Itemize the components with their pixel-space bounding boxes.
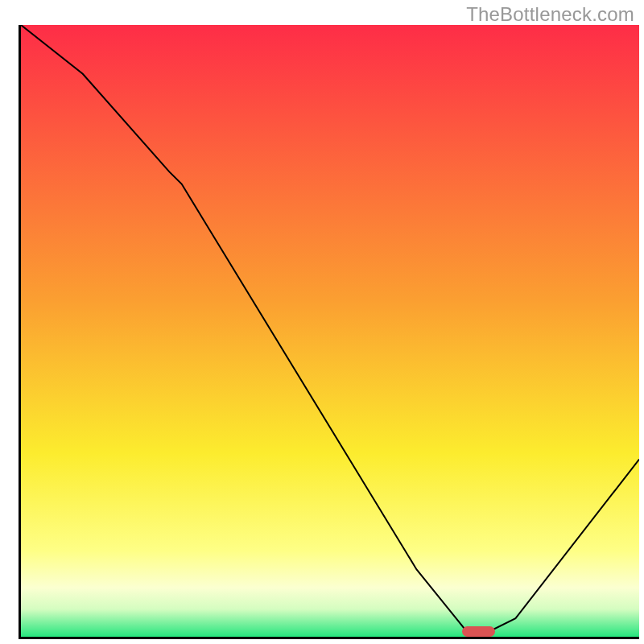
bottleneck-curve bbox=[21, 25, 639, 637]
chart-container: TheBottleneck.com bbox=[0, 0, 644, 644]
watermark-text: TheBottleneck.com bbox=[466, 3, 634, 26]
optimal-marker bbox=[462, 626, 495, 637]
plot-area bbox=[19, 25, 639, 639]
